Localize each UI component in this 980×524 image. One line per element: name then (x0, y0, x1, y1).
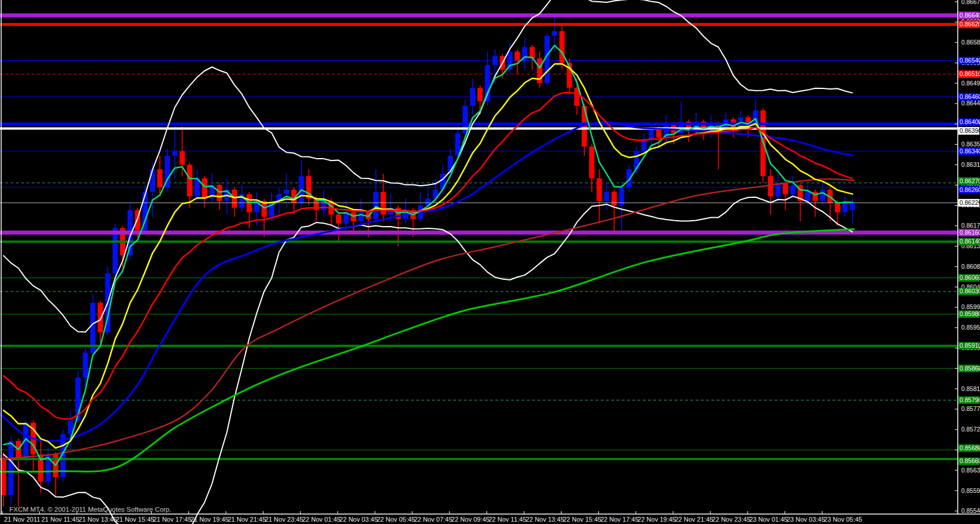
candle-bear (187, 165, 193, 196)
candle-bear (180, 151, 185, 165)
candle-bear (381, 192, 386, 215)
sma-slow-green (0, 229, 855, 471)
price-tick-label: 0.86670 (961, 0, 980, 5)
copyright-label: FXCM MT4, © 2001-2011 MetaQuotes Softwar… (9, 506, 172, 513)
time-tick-label: 23 Nov 03:45 (787, 516, 825, 523)
time-tick-label: 22 Nov 15:45 (563, 516, 601, 523)
price-badge-label: 0.85980 (960, 310, 980, 317)
horizontal-levels-thin (0, 61, 958, 450)
price-badge-label: 0.85790 (960, 396, 980, 403)
price-tick-label: 0.85770 (961, 405, 980, 412)
time-tick-label: 21 Nov 15:45 (116, 516, 154, 523)
indicator-lines (0, 0, 855, 524)
time-tick-label: 21 Nov 17:45 (153, 516, 191, 523)
candle-bear (515, 52, 520, 60)
candle-bear (1, 459, 6, 495)
candle-bear (336, 214, 341, 223)
price-tick-label: 0.86175 (961, 222, 980, 229)
candle-bull (850, 203, 855, 210)
candle-bull (112, 228, 118, 273)
time-tick-label: 22 Nov 19:45 (638, 516, 676, 523)
ema-fast-springgreen (4, 46, 852, 465)
time-tick-label: 23 Nov 05:45 (824, 516, 862, 523)
candle-bull (649, 129, 654, 140)
time-tick-label: 21 Nov 13:45 (78, 516, 116, 523)
candle-bull (172, 151, 177, 156)
price-badge-label: 0.86620 (960, 20, 980, 28)
candle-bear (835, 203, 840, 212)
candle-bull (604, 192, 609, 201)
price-tick-label: 0.85950 (961, 324, 980, 331)
mt4-chart-window: 0.866700.866250.865800.865350.864900.864… (0, 0, 980, 524)
candle-bear (232, 190, 237, 208)
candle-bear (560, 31, 565, 63)
candle-bull (641, 140, 646, 151)
candle-bull (150, 169, 155, 192)
time-tick-label: 22 Nov 01:45 (302, 516, 340, 523)
candle-bear (157, 169, 163, 187)
price-badge-label: 0.85910 (960, 342, 980, 349)
price-badge-label: 0.86030 (960, 287, 980, 294)
candle-bear (589, 146, 594, 178)
price-badge-label: 0.86270 (960, 177, 980, 184)
price-tick-label: 0.86490 (961, 80, 980, 87)
time-tick-label: 21 Nov 21:45 (228, 516, 266, 523)
candle-bull (83, 352, 88, 378)
time-tick-label: 21 Nov 11:45 (42, 516, 80, 523)
price-tick-label: 0.85590 (961, 487, 980, 494)
candle-bull (820, 190, 825, 201)
ema-blue (0, 122, 854, 441)
time-tick-label: 21 Nov 23:45 (265, 516, 303, 523)
candle-bear (656, 129, 662, 138)
price-tick-label: 0.85635 (961, 467, 980, 474)
time-tick-label: 22 Nov 13:45 (526, 516, 564, 523)
price-badge-label: 0.86460 (960, 93, 980, 100)
price-badge-label: 0.86260 (960, 186, 980, 193)
candle-bear (612, 192, 617, 206)
ema-slow-red (4, 93, 852, 419)
price-badge-label: 0.85860 (960, 365, 980, 372)
price-badge-label: 0.86390 (960, 127, 980, 134)
time-tick-label: 22 Nov 09:45 (451, 516, 489, 523)
time-tick-label: 22 Nov 23:45 (712, 516, 750, 523)
chart-canvas[interactable]: 0.866700.866250.865800.865350.864900.864… (0, 0, 980, 524)
candle-bear (217, 185, 222, 201)
candle-bear (768, 176, 773, 197)
time-tick-label: 21 Nov 19:45 (190, 516, 228, 523)
price-badge-label: 0.86540 (960, 57, 980, 64)
candle-bull (805, 192, 810, 201)
price-tick-label: 0.86445 (961, 100, 980, 107)
bid-price-label: 0.86226 (960, 199, 980, 206)
time-tick-label: 23 Nov 01:45 (749, 516, 787, 523)
candle-bull (8, 441, 13, 495)
candle-bear (597, 179, 602, 201)
candle-bull (790, 185, 796, 194)
time-tick-label: 22 Nov 07:45 (414, 516, 452, 523)
price-tick-label: 0.86310 (961, 161, 980, 168)
candle-bull (470, 88, 475, 106)
price-badge-label: 0.86160 (960, 229, 980, 236)
price-axis[interactable]: 0.866700.866250.865800.865350.864900.864… (955, 0, 980, 514)
candle-bear (202, 179, 207, 199)
price-badge-label: 0.86140 (960, 238, 980, 245)
price-tick-label: 0.86085 (961, 263, 980, 270)
time-tick-label: 22 Nov 11:45 (488, 516, 526, 523)
bollinger-upper (4, 0, 852, 332)
candle-bull (374, 192, 379, 219)
candle-bull (358, 213, 364, 221)
price-badge-label: 0.86340 (960, 148, 980, 155)
time-axis[interactable]: 21 Nov 201121 Nov 11:4521 Nov 13:4521 No… (2, 511, 862, 523)
price-tick-label: 0.85725 (961, 426, 980, 433)
time-tick-label: 21 Nov 2011 (4, 516, 40, 523)
candle-bear (783, 183, 788, 194)
price-tick-label: 0.86355 (961, 141, 980, 148)
candlesticks (1, 13, 855, 506)
candle-bull (552, 31, 557, 36)
candle-bull (284, 190, 289, 194)
time-tick-label: 22 Nov 03:45 (340, 516, 378, 523)
price-badge-label: 0.85680 (960, 444, 980, 451)
candle-bull (492, 56, 498, 65)
candle-bear (98, 303, 103, 332)
price-badge-label: 0.86060 (960, 274, 980, 281)
price-tick-label: 0.85545 (961, 507, 980, 514)
